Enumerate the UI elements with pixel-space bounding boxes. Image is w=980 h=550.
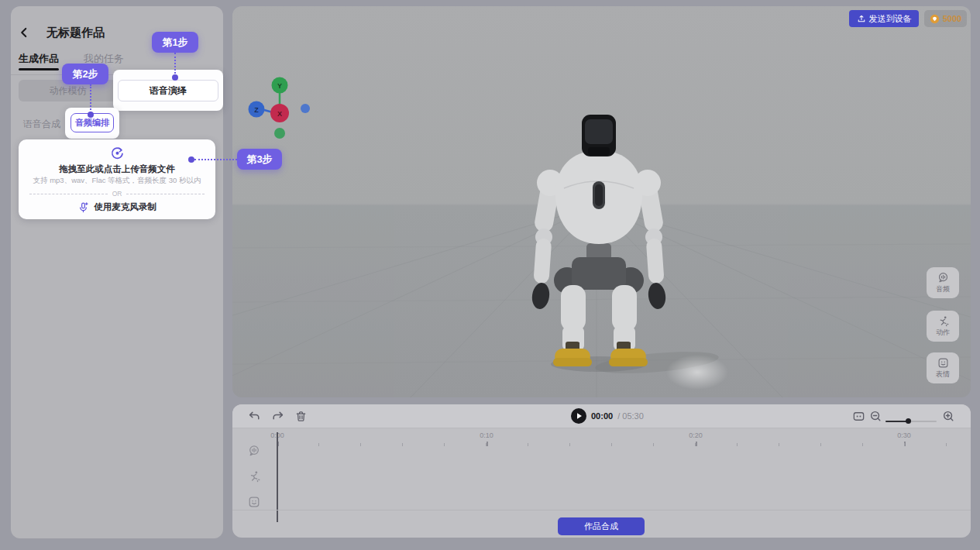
tutorial-step3-dot <box>188 156 194 163</box>
audio-upload-dropzone[interactable]: 拖拽至此或点击上传音频文件 支持 mp3、wav、Flac 等格式，音频长度 3… <box>19 139 215 219</box>
back-button[interactable] <box>17 26 31 40</box>
timeline-zoom-slider-handle[interactable] <box>906 418 911 424</box>
tab-generated-works[interactable]: 生成作品 <box>19 52 59 66</box>
credits-value: 5000 <box>943 14 961 23</box>
redo-icon <box>271 410 284 423</box>
tool-audio-button[interactable]: 音频 <box>927 267 959 298</box>
mode-voice-performance-button[interactable]: 语音演绎 <box>118 80 218 101</box>
microphone-record-button[interactable]: 使用麦克风录制 <box>19 201 215 213</box>
tutorial-step1-connector <box>174 53 176 77</box>
microphone-icon <box>77 201 89 213</box>
track-expression-icon[interactable] <box>248 496 260 508</box>
or-divider: OR <box>29 190 205 198</box>
page-title: 无标题作品 <box>46 26 105 40</box>
delete-button[interactable] <box>294 410 308 423</box>
tool-motion-label: 动作 <box>936 328 950 338</box>
motion-icon <box>937 315 949 327</box>
axis-gizmo[interactable]: Y Z X <box>246 67 324 148</box>
y-axis-label: Y <box>277 82 282 90</box>
axis-negative-z-dot[interactable] <box>301 104 310 113</box>
fit-view-icon <box>852 410 865 423</box>
subtab-voice-synthesis[interactable]: 语音合成 <box>23 118 60 131</box>
track-audio-icon[interactable] <box>248 445 260 457</box>
tutorial-step1-dot <box>172 74 178 81</box>
tutorial-step2-dot <box>88 112 94 118</box>
robot-hand-left <box>531 282 552 311</box>
x-axis-label: X <box>277 110 282 118</box>
zoom-out-button[interactable] <box>869 410 882 423</box>
ruler-label-1: 0:10 <box>480 431 493 439</box>
current-time: 00:00 <box>591 411 613 421</box>
audio-bubble-icon <box>937 272 949 284</box>
floor-highlight <box>666 355 728 390</box>
send-to-device-label: 发送到设备 <box>869 13 912 25</box>
upload-icon <box>857 14 866 23</box>
trash-icon <box>294 410 308 423</box>
chevron-left-icon <box>17 26 31 40</box>
tool-expression-button[interactable]: 表情 <box>927 352 959 383</box>
track-motion-icon[interactable] <box>248 470 260 483</box>
zoom-in-button[interactable] <box>942 410 955 423</box>
tool-motion-button[interactable]: 动作 <box>927 311 959 342</box>
timeline-zoom-slider-fill <box>885 421 908 422</box>
send-to-device-button[interactable]: 发送到设备 <box>849 10 919 27</box>
upload-title: 拖拽至此或点击上传音频文件 <box>19 163 215 175</box>
microphone-record-label: 使用麦克风录制 <box>94 201 156 213</box>
total-time: / 05:30 <box>617 411 644 421</box>
upload-hint: 支持 mp3、wav、Flac 等格式，音频长度 30 秒以内 <box>19 176 215 186</box>
app-root: 无标题作品 生成作品 我的任务 动作模仿 语音演绎 语音合成 音频编排 拖拽至此… <box>0 0 980 550</box>
tutorial-step2-badge: 第2步 <box>62 64 108 84</box>
robot-model[interactable] <box>510 107 727 378</box>
axis-negative-y-dot[interactable] <box>274 128 285 139</box>
time-display: 00:00 / 05:30 <box>591 411 644 421</box>
play-icon <box>571 408 586 424</box>
z-axis-label: Z <box>254 106 259 114</box>
tutorial-step1-badge: 第1步 <box>152 32 198 53</box>
playhead[interactable] <box>277 432 278 522</box>
ruler-label-2: 0:20 <box>689 431 703 439</box>
tutorial-step3-badge: 第3步 <box>237 149 282 170</box>
or-label: OR <box>112 190 122 198</box>
tool-audio-label: 音频 <box>936 284 950 294</box>
tutorial-step2-connector <box>90 84 91 113</box>
fit-view-button[interactable] <box>852 410 865 423</box>
ruler-label-3: 0:30 <box>897 431 911 439</box>
ruler-minor-ticks <box>277 443 967 446</box>
tool-expression-label: 表情 <box>936 370 950 380</box>
tutorial-step3-connector <box>194 159 237 160</box>
credits-badge[interactable]: 5000 <box>924 10 967 27</box>
compose-work-button[interactable]: 作品合成 <box>558 517 645 535</box>
divider <box>232 510 971 510</box>
play-button[interactable] <box>571 408 586 424</box>
undo-button[interactable] <box>248 410 261 423</box>
expression-icon <box>937 357 949 369</box>
viewport-3d[interactable]: Y Z X <box>232 6 971 397</box>
upload-timer-icon <box>111 146 124 160</box>
sidebar-panel: 无标题作品 生成作品 我的任务 动作模仿 语音演绎 语音合成 音频编排 拖拽至此… <box>11 6 223 538</box>
zoom-out-icon <box>869 410 882 423</box>
robot-pelvis <box>572 257 626 290</box>
robot-hand-right <box>647 282 668 311</box>
active-tab-underline <box>19 68 59 70</box>
timeline-panel: 00:00 / 05:30 0:00 0:10 0:20 0:30 <box>232 404 971 538</box>
redo-button[interactable] <box>271 410 284 423</box>
undo-icon <box>248 410 261 423</box>
zoom-in-icon <box>942 410 955 423</box>
coin-icon <box>930 14 940 24</box>
